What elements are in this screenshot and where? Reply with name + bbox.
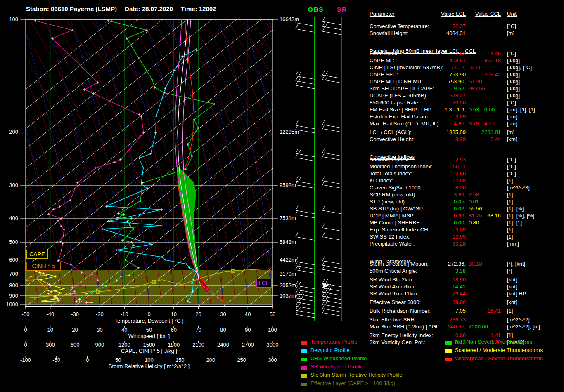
- param-value-ccl: -4.46: [468, 50, 501, 57]
- value-part: 18.90: [452, 276, 466, 283]
- header-value-ccl: Value CCL: [468, 11, 501, 17]
- param-row: Effective Shear 6000:39.00[knt]: [364, 299, 564, 306]
- axis-title: Storm Relative Helicity [ m^2/s^2 ]: [109, 363, 190, 369]
- param-unit: [°C]: [507, 163, 516, 170]
- tick-label: 50: [115, 357, 121, 363]
- value-part: 4084.31: [446, 30, 466, 36]
- header-value-lcl: Value LCL: [405, 11, 466, 17]
- param-row: CAPE MU | CINH MU:753.90,57.20[J/kg]: [364, 78, 564, 85]
- param-row: Precipitable Water:33.28[mm]: [364, 241, 564, 247]
- param-value-lcl: 8.29: [405, 136, 466, 142]
- pressure-label: 800: [9, 282, 18, 288]
- skewt-svg: 100200300400500600700800900100016643m122…: [0, 0, 363, 392]
- param-value-ccl: 1303.42: [468, 71, 501, 78]
- value-part: 2281.81: [481, 129, 501, 135]
- param-unit: [m]: [507, 129, 514, 135]
- tick-label: -100: [20, 357, 31, 363]
- param-unit: [°C]: [507, 50, 516, 57]
- obs-wind-column-label: OBS: [308, 6, 324, 13]
- value-part: 0.99,: [454, 213, 466, 219]
- param-value-lcl: 340.55,: [405, 324, 466, 330]
- height-axis: 16643m12285m9592m7531m5848m4422m3170m205…: [273, 16, 299, 299]
- value-part: 0.80: [469, 220, 479, 226]
- param-value-lcl: 14.41: [405, 283, 466, 290]
- tick-label: -10: [121, 311, 128, 317]
- tick-label: 300: [268, 357, 277, 363]
- lcl-badge-label: LCL: [258, 280, 269, 286]
- height-label: 16643m: [280, 16, 299, 22]
- height-label: 7531m: [280, 215, 296, 221]
- param-value-lcl: 678.27: [405, 92, 466, 99]
- value-part: 1303.42: [481, 71, 501, 78]
- param-value-inline: 30.18: [469, 261, 486, 267]
- param-value-inline: 0.01: [469, 198, 483, 205]
- value-part: 0.01: [469, 198, 479, 205]
- param-row: 3km SFC CAPE | IL CAPE:9.52,983.56[J/kg]: [364, 85, 564, 92]
- value-part: 0.00: [484, 106, 495, 113]
- param-unit: [°C]: [507, 156, 516, 163]
- param-row: Convective Height:8.298.44[km]: [364, 136, 564, 143]
- value-part: 340.55,: [448, 324, 466, 330]
- height-label: 5848m: [280, 239, 296, 245]
- height-label: 3170m: [280, 271, 296, 277]
- svg-text:2: 2: [152, 280, 154, 284]
- param-row: SR Wind Sfc-2km:18.90[knt]: [364, 276, 564, 283]
- param-value-lcl: 3.69: [405, 113, 466, 120]
- param-unit: [cm], [1], [1]: [507, 106, 535, 113]
- value-part: 8.44: [491, 136, 501, 142]
- tick-label: 2700: [242, 342, 254, 348]
- tick-label: -50: [52, 357, 60, 363]
- skewt-chart: 100200300400500600700800900100016643m122…: [0, 0, 363, 392]
- tick-label: 100: [268, 327, 277, 333]
- param-value-lcl: 20.50: [405, 99, 466, 106]
- tick-label: 20: [72, 327, 78, 333]
- param-value-lcl: -2.93: [405, 156, 466, 163]
- param-value-inline: 2.58: [469, 191, 483, 198]
- tick-label: 0: [147, 311, 150, 317]
- value-part: 3.09: [455, 227, 466, 233]
- value-part: 7.05: [455, 308, 466, 314]
- value-part: 0.53,: [469, 106, 481, 113]
- param-row: LCL / CCL (AGL):1885.092281.81[m]: [364, 129, 564, 136]
- pressure-label: 600: [9, 257, 18, 263]
- value-part: 50.11: [453, 163, 466, 170]
- param-row: Max. Hail Size (OLD, MU, IL):4.65,3.78,4…: [364, 120, 564, 127]
- value-part: 3.69: [455, 113, 466, 120]
- param-row: 3km Effective SRH:236.73[m^2/s^2]: [364, 316, 564, 323]
- value-part: 29.44: [452, 290, 466, 297]
- param-value-lcl: 753.90: [405, 71, 466, 78]
- legend-label: SR Windspeed Profile: [310, 364, 363, 370]
- param-row: Max 3km SRH (0-2km) | AGL:340.55,2000.00…: [364, 324, 564, 330]
- param-value-lcl: 236.73: [405, 316, 466, 323]
- tick-label: 1500: [143, 342, 155, 348]
- tick-label: 150: [175, 357, 185, 363]
- value-part: 236.73: [449, 316, 466, 323]
- legend-swatch: [445, 358, 452, 361]
- profiles-legend: Temperature ProfileDewpoint ProfileOBS W…: [301, 340, 449, 392]
- param-row: Snowfall Height:4084.31[m]: [364, 30, 564, 37]
- param-value-inline: 57.20: [469, 78, 486, 85]
- value-part: 20.50: [452, 99, 466, 106]
- param-value-lcl: 0.02,: [405, 205, 466, 212]
- tick-label: -20: [96, 311, 104, 317]
- param-unit: [1]: [507, 308, 513, 314]
- value-part: 1.41: [491, 332, 501, 338]
- value-part: 74.12,: [451, 64, 466, 71]
- value-part: 0.60: [455, 332, 466, 338]
- param-unit: [1]: [507, 234, 513, 240]
- obs-wind-column: [296, 17, 315, 321]
- param-value-inline: 3.78,4.27: [469, 120, 498, 127]
- value-part: -0.71: [469, 64, 481, 71]
- param-row: MB Comp | SHERBE:0.00,0.80[1], [1]: [364, 220, 564, 226]
- value-part: 4.65,: [454, 120, 466, 127]
- param-value-ccl: 950.18: [468, 57, 501, 64]
- param-value-lcl: 3.69,: [405, 191, 466, 198]
- lcl-badge: LCL: [256, 279, 271, 287]
- param-label: STP (new, old):: [370, 198, 406, 205]
- value-part: 2000.00: [469, 324, 488, 330]
- param-label: Lifted Index:: [370, 50, 399, 57]
- value-part: 2.58: [469, 191, 479, 198]
- legend-swatch: [301, 374, 307, 378]
- param-row: SR Wind 9km-11km:29.44[knt] HP: [364, 290, 564, 297]
- param-value-lcl: -2.88: [405, 50, 466, 57]
